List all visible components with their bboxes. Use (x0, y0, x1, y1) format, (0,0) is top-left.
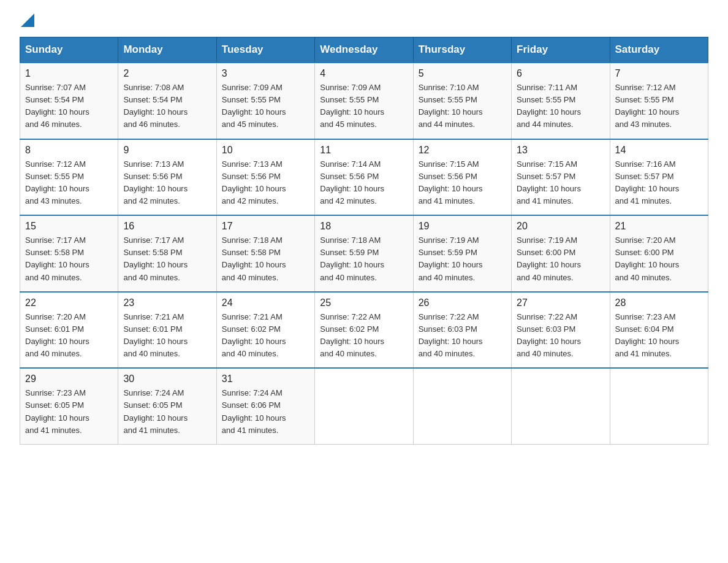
calendar-table: SundayMondayTuesdayWednesdayThursdayFrid… (20, 37, 708, 445)
day-number: 9 (123, 145, 211, 156)
day-number: 25 (320, 297, 408, 308)
day-cell-2: 2Sunrise: 7:08 AMSunset: 5:54 PMDaylight… (118, 63, 216, 139)
day-number: 7 (615, 68, 703, 79)
day-number: 14 (615, 145, 703, 156)
day-cell-18: 18Sunrise: 7:18 AMSunset: 5:59 PMDayligh… (315, 215, 413, 292)
day-cell-29: 29Sunrise: 7:23 AMSunset: 6:05 PMDayligh… (20, 368, 118, 444)
day-cell-20: 20Sunrise: 7:19 AMSunset: 6:00 PMDayligh… (512, 215, 610, 292)
day-cell-1: 1Sunrise: 7:07 AMSunset: 5:54 PMDaylight… (20, 63, 118, 139)
day-info: Sunrise: 7:17 AMSunset: 5:58 PMDaylight:… (25, 234, 113, 284)
empty-cell (315, 368, 413, 444)
week-row-2: 8Sunrise: 7:12 AMSunset: 5:55 PMDaylight… (20, 139, 708, 216)
day-number: 15 (25, 221, 113, 232)
day-cell-6: 6Sunrise: 7:11 AMSunset: 5:55 PMDaylight… (512, 63, 610, 139)
day-number: 2 (123, 68, 211, 79)
calendar-header-row: SundayMondayTuesdayWednesdayThursdayFrid… (20, 37, 708, 63)
header-saturday: Saturday (610, 37, 708, 63)
day-number: 26 (419, 297, 506, 308)
day-cell-31: 31Sunrise: 7:24 AMSunset: 6:06 PMDayligh… (216, 368, 314, 444)
day-cell-8: 8Sunrise: 7:12 AMSunset: 5:55 PMDaylight… (20, 139, 118, 216)
day-info: Sunrise: 7:15 AMSunset: 5:56 PMDaylight:… (419, 158, 506, 208)
day-cell-19: 19Sunrise: 7:19 AMSunset: 5:59 PMDayligh… (413, 215, 511, 292)
day-number: 5 (419, 68, 506, 79)
day-info: Sunrise: 7:12 AMSunset: 5:55 PMDaylight:… (25, 158, 113, 208)
logo (20, 15, 34, 25)
week-row-4: 22Sunrise: 7:20 AMSunset: 6:01 PMDayligh… (20, 292, 708, 369)
day-cell-17: 17Sunrise: 7:18 AMSunset: 5:58 PMDayligh… (216, 215, 314, 292)
day-cell-22: 22Sunrise: 7:20 AMSunset: 6:01 PMDayligh… (20, 292, 118, 369)
day-number: 3 (222, 68, 309, 79)
header-friday: Friday (512, 37, 610, 63)
empty-cell (413, 368, 511, 444)
day-cell-3: 3Sunrise: 7:09 AMSunset: 5:55 PMDaylight… (216, 63, 314, 139)
day-info: Sunrise: 7:22 AMSunset: 6:03 PMDaylight:… (419, 311, 506, 361)
day-cell-28: 28Sunrise: 7:23 AMSunset: 6:04 PMDayligh… (610, 292, 708, 369)
day-cell-5: 5Sunrise: 7:10 AMSunset: 5:55 PMDaylight… (413, 63, 511, 139)
day-cell-10: 10Sunrise: 7:13 AMSunset: 5:56 PMDayligh… (216, 139, 314, 216)
day-info: Sunrise: 7:10 AMSunset: 5:55 PMDaylight:… (419, 82, 506, 131)
day-number: 17 (222, 221, 309, 232)
day-cell-23: 23Sunrise: 7:21 AMSunset: 6:01 PMDayligh… (118, 292, 216, 369)
day-info: Sunrise: 7:23 AMSunset: 6:05 PMDaylight:… (25, 387, 113, 437)
day-number: 21 (615, 221, 703, 232)
day-info: Sunrise: 7:24 AMSunset: 6:06 PMDaylight:… (222, 387, 309, 437)
svg-marker-0 (21, 13, 34, 27)
day-cell-4: 4Sunrise: 7:09 AMSunset: 5:55 PMDaylight… (315, 63, 413, 139)
page-header (20, 15, 708, 25)
header-monday: Monday (118, 37, 216, 63)
day-number: 27 (517, 297, 604, 308)
week-row-1: 1Sunrise: 7:07 AMSunset: 5:54 PMDaylight… (20, 63, 708, 139)
day-info: Sunrise: 7:20 AMSunset: 6:01 PMDaylight:… (25, 311, 113, 361)
day-info: Sunrise: 7:13 AMSunset: 5:56 PMDaylight:… (222, 158, 309, 208)
week-row-3: 15Sunrise: 7:17 AMSunset: 5:58 PMDayligh… (20, 215, 708, 292)
day-number: 12 (419, 145, 506, 156)
day-info: Sunrise: 7:07 AMSunset: 5:54 PMDaylight:… (25, 82, 113, 131)
day-info: Sunrise: 7:08 AMSunset: 5:54 PMDaylight:… (123, 82, 211, 131)
day-cell-12: 12Sunrise: 7:15 AMSunset: 5:56 PMDayligh… (413, 139, 511, 216)
day-number: 19 (419, 221, 506, 232)
day-number: 24 (222, 297, 309, 308)
day-info: Sunrise: 7:13 AMSunset: 5:56 PMDaylight:… (123, 158, 211, 208)
day-cell-7: 7Sunrise: 7:12 AMSunset: 5:55 PMDaylight… (610, 63, 708, 139)
day-info: Sunrise: 7:09 AMSunset: 5:55 PMDaylight:… (222, 82, 309, 131)
day-number: 20 (517, 221, 604, 232)
day-info: Sunrise: 7:19 AMSunset: 6:00 PMDaylight:… (517, 234, 604, 284)
day-number: 8 (25, 145, 113, 156)
day-number: 31 (222, 373, 309, 385)
day-cell-30: 30Sunrise: 7:24 AMSunset: 6:05 PMDayligh… (118, 368, 216, 444)
day-cell-14: 14Sunrise: 7:16 AMSunset: 5:57 PMDayligh… (610, 139, 708, 216)
day-number: 10 (222, 145, 309, 156)
header-thursday: Thursday (413, 37, 511, 63)
day-cell-25: 25Sunrise: 7:22 AMSunset: 6:02 PMDayligh… (315, 292, 413, 369)
day-info: Sunrise: 7:17 AMSunset: 5:58 PMDaylight:… (123, 234, 211, 284)
day-info: Sunrise: 7:18 AMSunset: 5:59 PMDaylight:… (320, 234, 408, 284)
day-cell-21: 21Sunrise: 7:20 AMSunset: 6:00 PMDayligh… (610, 215, 708, 292)
day-number: 6 (517, 68, 604, 79)
day-info: Sunrise: 7:21 AMSunset: 6:01 PMDaylight:… (123, 311, 211, 361)
day-info: Sunrise: 7:16 AMSunset: 5:57 PMDaylight:… (615, 158, 703, 208)
day-number: 11 (320, 145, 408, 156)
day-cell-27: 27Sunrise: 7:22 AMSunset: 6:03 PMDayligh… (512, 292, 610, 369)
day-info: Sunrise: 7:23 AMSunset: 6:04 PMDaylight:… (615, 311, 703, 361)
day-number: 4 (320, 68, 408, 79)
day-number: 28 (615, 297, 703, 308)
day-number: 23 (123, 297, 211, 308)
day-info: Sunrise: 7:14 AMSunset: 5:56 PMDaylight:… (320, 158, 408, 208)
day-info: Sunrise: 7:11 AMSunset: 5:55 PMDaylight:… (517, 82, 604, 131)
day-info: Sunrise: 7:21 AMSunset: 6:02 PMDaylight:… (222, 311, 309, 361)
day-number: 18 (320, 221, 408, 232)
day-cell-15: 15Sunrise: 7:17 AMSunset: 5:58 PMDayligh… (20, 215, 118, 292)
day-cell-24: 24Sunrise: 7:21 AMSunset: 6:02 PMDayligh… (216, 292, 314, 369)
header-wednesday: Wednesday (315, 37, 413, 63)
day-number: 13 (517, 145, 604, 156)
day-cell-9: 9Sunrise: 7:13 AMSunset: 5:56 PMDaylight… (118, 139, 216, 216)
day-info: Sunrise: 7:22 AMSunset: 6:03 PMDaylight:… (517, 311, 604, 361)
header-tuesday: Tuesday (216, 37, 314, 63)
day-number: 29 (25, 373, 113, 385)
day-info: Sunrise: 7:24 AMSunset: 6:05 PMDaylight:… (123, 387, 211, 437)
empty-cell (610, 368, 708, 444)
empty-cell (512, 368, 610, 444)
day-info: Sunrise: 7:22 AMSunset: 6:02 PMDaylight:… (320, 311, 408, 361)
logo-triangle-icon (21, 13, 34, 27)
week-row-5: 29Sunrise: 7:23 AMSunset: 6:05 PMDayligh… (20, 368, 708, 444)
